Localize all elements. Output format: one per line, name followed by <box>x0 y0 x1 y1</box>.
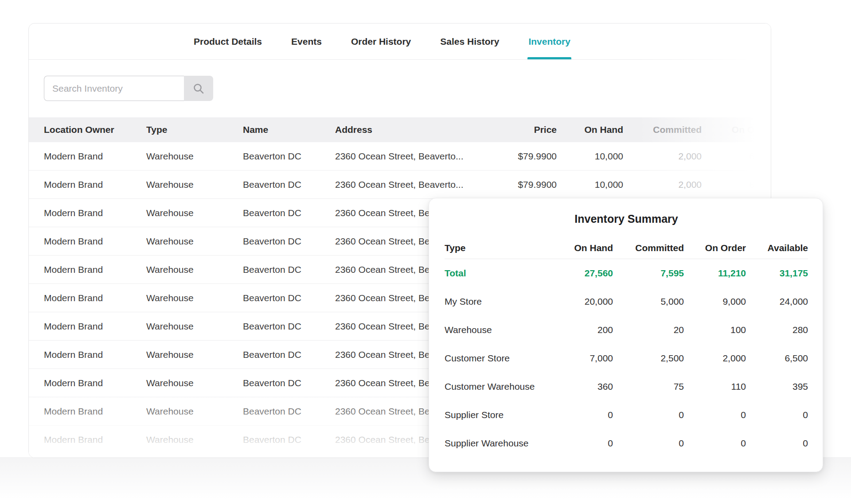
cell-name: Beaverton DC <box>243 406 335 417</box>
sum-col-available: Available <box>746 243 808 253</box>
cell-type: Warehouse <box>146 151 243 162</box>
cell-type: Warehouse <box>146 349 243 360</box>
cell-on-hand: 10,000 <box>557 151 623 162</box>
cell-type: Warehouse <box>146 293 243 303</box>
sum-cell-type: Supplier Store <box>445 410 547 420</box>
sum-cell-type: Total <box>445 268 547 279</box>
sum-cell-committed: 0 <box>613 410 684 420</box>
sum-cell-on-hand: 0 <box>547 410 613 420</box>
summary-row: Supplier Warehouse 0 0 0 0 <box>445 429 808 457</box>
cell-committed: 2,000 <box>623 179 702 190</box>
col-address: Address <box>335 124 472 135</box>
sum-cell-on-hand: 20,000 <box>547 296 613 307</box>
sum-cell-type: Warehouse <box>445 325 547 335</box>
summary-row: My Store 20,000 5,000 9,000 24,000 <box>445 287 808 316</box>
cell-name: Beaverton DC <box>243 208 335 218</box>
cell-location-owner: Modern Brand <box>44 406 146 417</box>
sum-cell-on-order: 2,000 <box>684 353 746 364</box>
sum-col-on-hand: On Hand <box>547 243 613 253</box>
sum-cell-on-hand: 27,560 <box>547 268 613 279</box>
cell-location-owner: Modern Brand <box>44 321 146 332</box>
sum-col-committed: Committed <box>613 243 684 253</box>
summary-body: Total 27,560 7,595 11,210 31,175 My Stor… <box>445 259 808 457</box>
inventory-table-header: Location Owner Type Name Address Price O… <box>29 117 771 142</box>
search-icon <box>193 83 204 94</box>
cell-location-owner: Modern Brand <box>44 349 146 360</box>
sum-cell-on-order: 100 <box>684 325 746 335</box>
sum-cell-on-order: 0 <box>684 438 746 449</box>
cell-type: Warehouse <box>146 406 243 417</box>
cell-location-owner: Modern Brand <box>44 208 146 218</box>
col-price: Price <box>472 124 557 135</box>
sum-cell-available: 6,500 <box>746 353 808 364</box>
cell-price: $79.9900 <box>472 151 557 162</box>
cell-type: Warehouse <box>146 208 243 218</box>
table-row[interactable]: Modern Brand Warehouse Beaverton DC 2360… <box>29 171 771 199</box>
sum-cell-type: Supplier Warehouse <box>445 438 547 449</box>
cell-name: Beaverton DC <box>243 236 335 247</box>
search-input[interactable] <box>44 76 184 101</box>
cell-location-owner: Modern Brand <box>44 293 146 303</box>
summary-row: Total 27,560 7,595 11,210 31,175 <box>445 259 808 287</box>
cell-on-order: 6,000 <box>702 179 771 190</box>
sum-cell-on-order: 0 <box>684 410 746 420</box>
sum-cell-on-hand: 200 <box>547 325 613 335</box>
cell-type: Warehouse <box>146 236 243 247</box>
col-on-order: On Order <box>702 124 771 135</box>
col-committed: Committed <box>623 124 702 135</box>
cell-name: Beaverton DC <box>243 378 335 388</box>
tab-bar: Product Details Events Order History Sal… <box>29 23 771 60</box>
cell-name: Beaverton DC <box>243 151 335 162</box>
search-box <box>44 76 213 101</box>
summary-header: Type On Hand Committed On Order Availabl… <box>445 237 808 259</box>
cell-location-owner: Modern Brand <box>44 378 146 388</box>
cell-location-owner: Modern Brand <box>44 179 146 190</box>
table-row[interactable]: Modern Brand Warehouse Beaverton DC 2360… <box>29 142 771 171</box>
popup-title: Inventory Summary <box>445 213 808 225</box>
cell-committed: 2,000 <box>623 151 702 162</box>
sum-cell-committed: 7,595 <box>613 268 684 279</box>
cell-name: Beaverton DC <box>243 293 335 303</box>
col-location-owner: Location Owner <box>44 124 146 135</box>
tab-product-details[interactable]: Product Details <box>194 23 262 59</box>
cell-name: Beaverton DC <box>243 179 335 190</box>
sum-cell-available: 395 <box>746 381 808 392</box>
inventory-summary-popup: Inventory Summary Type On Hand Committed… <box>429 198 823 472</box>
cell-type: Warehouse <box>146 264 243 275</box>
sum-col-type: Type <box>445 243 547 253</box>
summary-row: Warehouse 200 20 100 280 <box>445 316 808 344</box>
tab-order-history[interactable]: Order History <box>351 23 411 59</box>
sum-cell-committed: 75 <box>613 381 684 392</box>
cell-location-owner: Modern Brand <box>44 151 146 162</box>
col-name: Name <box>243 124 335 135</box>
cell-name: Beaverton DC <box>243 349 335 360</box>
sum-cell-available: 31,175 <box>746 268 808 279</box>
tab-inventory[interactable]: Inventory <box>528 23 570 59</box>
sum-cell-on-hand: 0 <box>547 438 613 449</box>
cell-price: $79.9900 <box>472 179 557 190</box>
inventory-toolbar <box>29 60 771 117</box>
sum-cell-on-order: 9,000 <box>684 296 746 307</box>
sum-cell-committed: 0 <box>613 438 684 449</box>
cell-location-owner: Modern Brand <box>44 434 146 445</box>
sum-cell-on-order: 110 <box>684 381 746 392</box>
sum-cell-available: 0 <box>746 410 808 420</box>
cell-type: Warehouse <box>146 179 243 190</box>
cell-name: Beaverton DC <box>243 264 335 275</box>
search-button[interactable] <box>184 76 213 101</box>
tab-events[interactable]: Events <box>291 23 322 59</box>
sum-cell-type: Customer Warehouse <box>445 381 547 392</box>
cell-on-hand: 10,000 <box>557 179 623 190</box>
tab-sales-history[interactable]: Sales History <box>440 23 499 59</box>
summary-row: Supplier Store 0 0 0 0 <box>445 401 808 429</box>
sum-cell-committed: 2,500 <box>613 353 684 364</box>
summary-row: Customer Warehouse 360 75 110 395 <box>445 372 808 401</box>
sum-cell-available: 0 <box>746 438 808 449</box>
sum-cell-available: 280 <box>746 325 808 335</box>
sum-cell-committed: 5,000 <box>613 296 684 307</box>
cell-type: Warehouse <box>146 321 243 332</box>
cell-name: Beaverton DC <box>243 434 335 445</box>
col-type: Type <box>146 124 243 135</box>
sum-cell-available: 24,000 <box>746 296 808 307</box>
cell-name: Beaverton DC <box>243 321 335 332</box>
